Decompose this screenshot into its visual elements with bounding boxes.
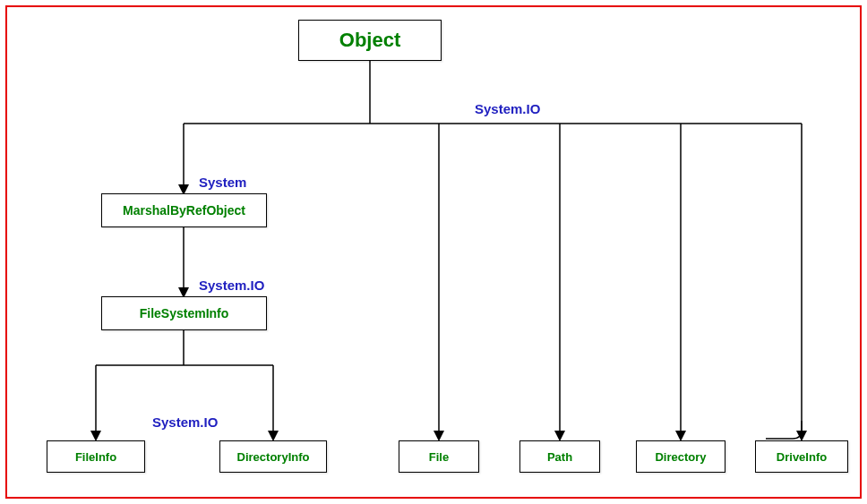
- node-driveinfo: DriveInfo: [755, 440, 848, 473]
- node-filesysteminfo: FileSystemInfo: [101, 296, 267, 330]
- node-object-label: Object: [339, 29, 400, 52]
- label-top-namespace: System.IO: [475, 101, 540, 116]
- node-marshal: MarshalByRefObject: [101, 193, 267, 227]
- node-directory-label: Directory: [655, 450, 706, 464]
- node-directoryinfo-label: DirectoryInfo: [237, 450, 310, 464]
- label-system: System: [199, 175, 246, 190]
- node-path: Path: [519, 440, 600, 473]
- label-mid-namespace: System.IO: [199, 278, 264, 293]
- outer-frame: [5, 5, 862, 499]
- node-file: File: [399, 440, 479, 473]
- node-directory: Directory: [636, 440, 725, 473]
- node-marshal-label: MarshalByRefObject: [123, 203, 245, 218]
- label-bottom-namespace: System.IO: [152, 414, 218, 430]
- node-fileinfo-label: FileInfo: [75, 450, 116, 464]
- node-fsi-label: FileSystemInfo: [140, 306, 229, 320]
- node-directoryinfo: DirectoryInfo: [219, 440, 327, 473]
- node-path-label: Path: [547, 450, 572, 464]
- node-file-label: File: [429, 450, 449, 464]
- node-fileinfo: FileInfo: [47, 440, 145, 473]
- node-driveinfo-label: DriveInfo: [777, 450, 827, 464]
- node-object: Object: [298, 20, 442, 61]
